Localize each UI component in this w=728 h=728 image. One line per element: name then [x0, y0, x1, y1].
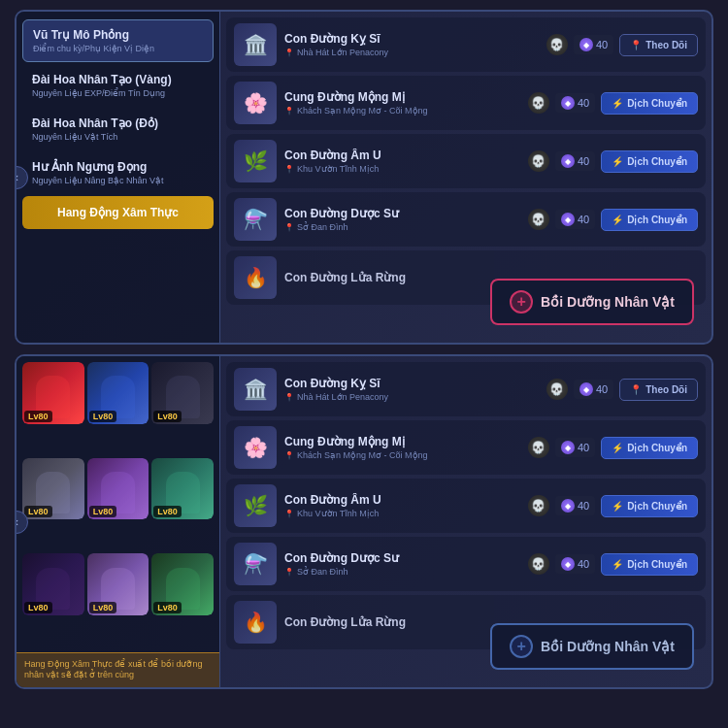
route-meta-knight: 💀 ◆ 40 Theo Dõi — [546, 34, 698, 56]
b-skull-icon-shadow: 💀 — [528, 495, 549, 516]
floating-cultivate-btn-bottom[interactable]: + Bồi Dưỡng Nhân Vật — [490, 623, 694, 670]
b-route-name-medic: Con Đường Dược Sư — [284, 551, 520, 565]
route-icon-dream: 🌸 — [234, 82, 277, 124]
b-route-row-shadow: 🌿 Con Đường Âm U Khu Vườn Tĩnh Mịch 💀 ◆ … — [226, 479, 706, 533]
b-route-location-knight: Nhà Hát Lớn Penacony — [284, 392, 539, 402]
route-img-knight: 🏛️ — [234, 23, 277, 66]
b-route-info-knight: Con Đường Kỵ Sĩ Nhà Hát Lớn Penacony — [284, 377, 539, 402]
b-teleport-btn-medic-label: Dịch Chuyển — [627, 559, 687, 570]
b-route-icon-shadow: 🌿 — [234, 484, 277, 527]
bottom-content: 🏛️ Con Đường Kỵ Sĩ Nhà Hát Lớn Penacony … — [220, 356, 711, 687]
route-img-fire: 🔥 — [234, 256, 277, 299]
char-card-8[interactable]: Lv80 — [87, 553, 149, 615]
b-route-row-dream: 🌸 Cung Đường Mộng Mị Khách Sạn Mộng Mơ -… — [226, 420, 706, 475]
stamina-badge-medic: ◆ 40 — [555, 210, 595, 229]
follow-btn-knight[interactable]: Theo Dõi — [619, 34, 698, 56]
char-card-2[interactable]: Lv80 — [87, 362, 149, 424]
char-card-6[interactable]: Lv80 — [151, 458, 214, 520]
stamina-icon-shadow: ◆ — [561, 154, 575, 168]
route-icon-shadow: 🌿 — [234, 140, 277, 182]
char-level-5: Lv80 — [89, 506, 117, 517]
sidebar-item-synth-red[interactable]: Đài Hoa Nhân Tạo (Đỏ) Nguyên Liệu Vật Tí… — [22, 109, 214, 149]
sidebar-item-frozen-echo-title: Hư Ảnh Ngưng Đọng — [32, 160, 204, 174]
b-teleport-btn-medic[interactable]: Dịch Chuyển — [601, 553, 698, 576]
teleport-btn-medic[interactable]: Dịch Chuyển — [601, 209, 698, 231]
b-stamina-badge-knight: ◆ 40 — [574, 380, 613, 399]
teleport-btn-dream[interactable]: Dịch Chuyển — [601, 92, 698, 115]
char-level-2: Lv80 — [89, 411, 117, 422]
b-follow-btn-knight[interactable]: Theo Dõi — [619, 379, 698, 401]
char-card-1[interactable]: Lv80 — [22, 362, 84, 424]
b-follow-btn-knight-label: Theo Dõi — [645, 384, 687, 395]
b-route-meta-knight: 💀 ◆ 40 Theo Dõi — [546, 379, 698, 401]
b-stamina-value-medic: 40 — [578, 558, 589, 570]
skull-icon-shadow: 💀 — [528, 150, 549, 172]
route-location-dream: Khách Sạn Mộng Mơ - Cõi Mộng — [284, 106, 520, 116]
b-skull-icon-dream: 💀 — [528, 437, 549, 458]
route-name-dream: Cung Đường Mộng Mị — [284, 90, 520, 104]
char-card-7[interactable]: Lv80 — [22, 553, 84, 615]
char-level-3: Lv80 — [153, 411, 182, 422]
char-level-7: Lv80 — [24, 602, 52, 613]
b-route-location-dream: Khách Sạn Mộng Mơ - Cõi Mộng — [284, 450, 520, 460]
route-info-shadow: Con Đường Âm U Khu Vườn Tĩnh Mịch — [284, 149, 520, 174]
teleport-btn-shadow-label: Dịch Chuyển — [627, 156, 687, 167]
char-level-9: Lv80 — [153, 602, 182, 613]
sidebar-item-frozen-echo[interactable]: Hư Ảnh Ngưng Đọng Nguyên Liệu Nâng Bậc N… — [22, 152, 214, 193]
b-skull-icon-medic: 💀 — [528, 553, 549, 575]
b-skull-icon-knight: 💀 — [546, 379, 568, 400]
skull-icon-medic: 💀 — [528, 209, 549, 230]
b-route-info-medic: Con Đường Dược Sư Sở Đan Đình — [284, 551, 520, 577]
b-route-name-dream: Cung Đường Mộng Mị — [284, 435, 520, 448]
char-card-9[interactable]: Lv80 — [151, 553, 214, 615]
sidebar-item-cavern[interactable]: Hang Động Xâm Thực — [22, 196, 214, 229]
b-route-row-medic: ⚗️ Con Đường Dược Sư Sở Đan Đình 💀 ◆ 40 … — [226, 537, 706, 591]
b-stamina-icon-shadow: ◆ — [561, 499, 575, 513]
skull-icon-knight: 💀 — [546, 34, 568, 55]
b-route-name-knight: Con Đường Kỵ Sĩ — [284, 377, 539, 390]
route-img-dream: 🌸 — [234, 82, 277, 124]
char-grid-inner: Lv80 Lv80 Lv80 — [17, 356, 219, 652]
route-name-knight: Con Đường Kỵ Sĩ — [284, 32, 539, 46]
sidebar-item-synth-red-sub: Nguyên Liệu Vật Tích — [32, 132, 204, 142]
sidebar-item-synth-gold[interactable]: Đài Hoa Nhân Tạo (Vàng) Nguyên Liệu EXP/… — [22, 65, 214, 106]
b-route-icon-knight: 🏛️ — [234, 368, 277, 411]
char-card-4[interactable]: Lv80 — [22, 458, 84, 520]
sidebar-item-sim-universe[interactable]: Vũ Trụ Mô Phỏng Điểm chu kỳ/Phụ Kiện Vị … — [22, 19, 214, 62]
top-sidebar: Vũ Trụ Mô Phỏng Điểm chu kỳ/Phụ Kiện Vị … — [17, 12, 220, 343]
b-route-img-fire: 🔥 — [234, 601, 277, 644]
b-teleport-btn-shadow[interactable]: Dịch Chuyển — [601, 495, 698, 517]
sidebar-item-synth-gold-sub: Nguyên Liệu EXP/Điểm Tín Dụng — [32, 88, 204, 98]
b-teleport-btn-dream[interactable]: Dịch Chuyển — [601, 437, 698, 459]
route-row-medic: ⚗️ Con Đường Dược Sư Sở Đan Đình 💀 ◆ 40 … — [226, 192, 706, 247]
stamina-badge-shadow: ◆ 40 — [555, 151, 595, 171]
b-route-icon-fire: 🔥 — [234, 601, 277, 644]
sidebar-item-sim-universe-sub: Điểm chu kỳ/Phụ Kiện Vị Diện — [33, 44, 203, 53]
top-content: 🏛️ Con Đường Kỵ Sĩ Nhà Hát Lớn Penacony … — [220, 12, 711, 343]
teleport-btn-shadow[interactable]: Dịch Chuyển — [601, 150, 698, 173]
b-route-meta-medic: 💀 ◆ 40 Dịch Chuyển — [528, 553, 698, 576]
char-card-3[interactable]: Lv80 — [151, 362, 214, 424]
route-icon-fire: 🔥 — [234, 256, 277, 299]
route-name-medic: Con Đường Dược Sư — [284, 207, 520, 220]
b-route-meta-dream: 💀 ◆ 40 Dịch Chuyển — [528, 437, 698, 459]
sidebar-item-sim-universe-title: Vũ Trụ Mô Phỏng — [33, 28, 203, 42]
b-route-row-knight: 🏛️ Con Đường Kỵ Sĩ Nhà Hát Lớn Penacony … — [226, 362, 706, 416]
char-level-4: Lv80 — [24, 506, 52, 517]
b-teleport-btn-dream-label: Dịch Chuyển — [627, 443, 687, 453]
route-img-shadow: 🌿 — [234, 140, 277, 182]
stamina-badge-knight: ◆ 40 — [574, 35, 613, 54]
b-stamina-value-knight: 40 — [596, 383, 608, 395]
char-card-5[interactable]: Lv80 — [87, 458, 149, 520]
b-stamina-badge-medic: ◆ 40 — [555, 554, 595, 574]
sidebar-item-cavern-title: Hang Động Xâm Thực — [34, 206, 202, 219]
char-grid-footer-text: Hang Động Xâm Thực để xuất để bồi dưỡng … — [24, 659, 202, 680]
teleport-btn-dream-label: Dịch Chuyển — [627, 98, 687, 109]
route-location-shadow: Khu Vườn Tĩnh Mịch — [284, 164, 520, 174]
b-route-info-dream: Cung Đường Mộng Mị Khách Sạn Mộng Mơ - C… — [284, 435, 520, 460]
route-meta-medic: 💀 ◆ 40 Dịch Chuyển — [528, 209, 698, 231]
floating-cultivate-btn-top[interactable]: + Bồi Dưỡng Nhân Vật — [490, 279, 694, 325]
char-level-8: Lv80 — [89, 602, 117, 613]
stamina-value-medic: 40 — [578, 214, 589, 225]
char-level-6: Lv80 — [153, 506, 182, 517]
